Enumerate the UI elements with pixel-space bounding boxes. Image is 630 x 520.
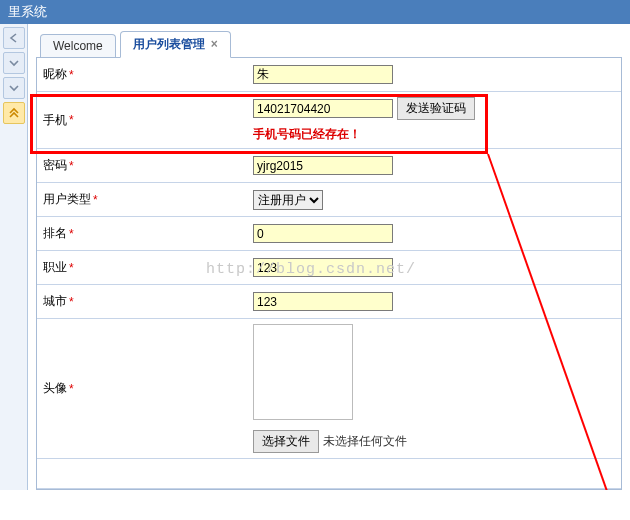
rank-input[interactable]: [253, 224, 393, 243]
sidebar: [0, 24, 28, 490]
send-code-button[interactable]: 发送验证码: [397, 97, 475, 120]
close-icon[interactable]: ×: [211, 37, 218, 51]
phone-label: 手机: [43, 112, 67, 129]
choose-file-button[interactable]: 选择文件: [253, 430, 319, 453]
user-type-select[interactable]: 注册用户: [253, 190, 323, 210]
avatar-preview: [253, 324, 353, 420]
user-type-label: 用户类型: [43, 191, 91, 208]
collapse-left-icon[interactable]: [3, 27, 25, 49]
no-file-text: 未选择任何文件: [323, 433, 407, 450]
required-mark: *: [93, 193, 98, 207]
tab-welcome[interactable]: Welcome: [40, 34, 116, 57]
nickname-label: 昵称: [43, 66, 67, 83]
tab-user-list-label: 用户列表管理: [133, 37, 205, 51]
occupation-input[interactable]: [253, 258, 393, 277]
form: 昵称* 手机* 发送验证码 手机号码已经存在！ 密码* 用户类型* 注册用户: [36, 58, 622, 490]
password-input[interactable]: [253, 156, 393, 175]
header-bar: 里系统: [0, 0, 630, 24]
chevron-down-icon-2[interactable]: [3, 77, 25, 99]
city-input[interactable]: [253, 292, 393, 311]
required-mark: *: [69, 261, 74, 275]
tab-welcome-label: Welcome: [53, 39, 103, 53]
required-mark: *: [69, 68, 74, 82]
required-mark: *: [69, 295, 74, 309]
password-label: 密码: [43, 157, 67, 174]
rank-label: 排名: [43, 225, 67, 242]
required-mark: *: [69, 227, 74, 241]
required-mark: *: [69, 159, 74, 173]
avatar-label: 头像: [43, 380, 67, 397]
phone-error: 手机号码已经存在！: [253, 126, 615, 143]
chevron-down-icon[interactable]: [3, 52, 25, 74]
required-mark: *: [69, 382, 74, 396]
city-label: 城市: [43, 293, 67, 310]
phone-input[interactable]: [253, 99, 393, 118]
tab-bar: Welcome 用户列表管理×: [36, 30, 622, 58]
required-mark: *: [69, 113, 74, 127]
app-title: 里系统: [8, 4, 47, 19]
tab-user-list[interactable]: 用户列表管理×: [120, 31, 231, 58]
chevron-up-double-icon[interactable]: [3, 102, 25, 124]
nickname-input[interactable]: [253, 65, 393, 84]
occupation-label: 职业: [43, 259, 67, 276]
